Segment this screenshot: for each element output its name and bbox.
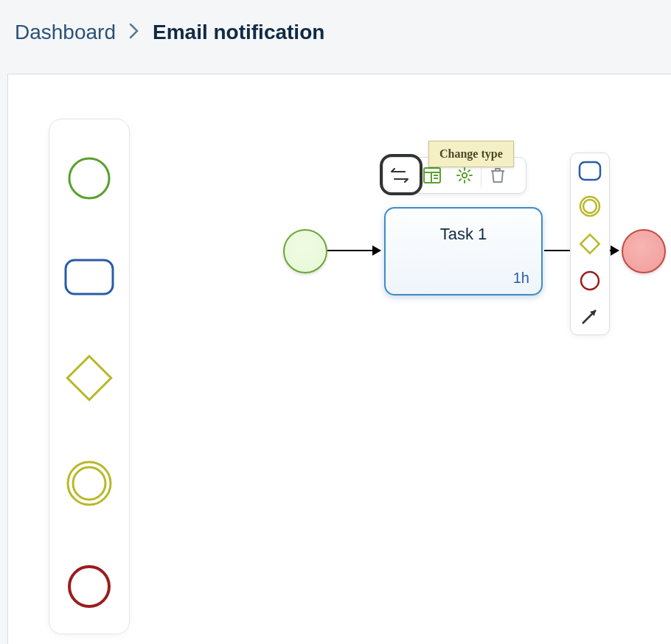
svg-point-0 xyxy=(69,158,109,198)
swap-icon xyxy=(390,167,409,183)
task-duration: 1h xyxy=(513,270,529,287)
svg-point-3 xyxy=(68,462,111,505)
svg-point-11 xyxy=(462,173,467,178)
svg-point-5 xyxy=(69,567,109,606)
arrow-icon xyxy=(579,305,601,327)
svg-point-4 xyxy=(73,467,105,500)
end-event-node[interactable] xyxy=(622,229,666,273)
breadcrumb-root[interactable]: Dashboard xyxy=(15,21,116,44)
mini-connector[interactable] xyxy=(579,305,601,327)
svg-point-16 xyxy=(581,272,599,290)
palette-task[interactable] xyxy=(63,258,115,296)
flow-start-to-task[interactable] xyxy=(327,250,380,251)
chevron-right-icon xyxy=(129,21,139,44)
breadcrumb-current: Email notification xyxy=(153,21,324,44)
mini-intermediate-event[interactable] xyxy=(578,195,602,218)
palette-start-event[interactable] xyxy=(67,156,111,200)
svg-point-14 xyxy=(583,200,597,213)
change-type-tooltip: Change type xyxy=(428,141,514,167)
breadcrumb: Dashboard Email notification xyxy=(0,0,671,65)
form-icon xyxy=(423,167,441,183)
task-node[interactable]: Task 1 1h xyxy=(384,207,543,295)
start-event-node[interactable] xyxy=(283,229,327,273)
diagram-canvas[interactable]: Task 1 1h xyxy=(7,74,671,644)
svg-rect-2 xyxy=(67,356,111,399)
gear-icon xyxy=(456,167,473,184)
mini-task[interactable] xyxy=(578,161,602,181)
svg-rect-12 xyxy=(580,162,600,180)
svg-rect-15 xyxy=(580,234,599,253)
trash-icon xyxy=(490,167,505,183)
shape-palette xyxy=(49,119,130,634)
task-label: Task 1 xyxy=(386,225,541,244)
svg-rect-1 xyxy=(66,260,113,294)
palette-end-event[interactable] xyxy=(67,564,111,609)
mini-palette xyxy=(570,153,610,335)
palette-intermediate-event[interactable] xyxy=(66,460,113,507)
mini-gateway[interactable] xyxy=(577,231,602,256)
palette-gateway[interactable] xyxy=(65,354,114,402)
change-type-button[interactable] xyxy=(383,158,416,193)
mini-end-event[interactable] xyxy=(579,270,601,292)
